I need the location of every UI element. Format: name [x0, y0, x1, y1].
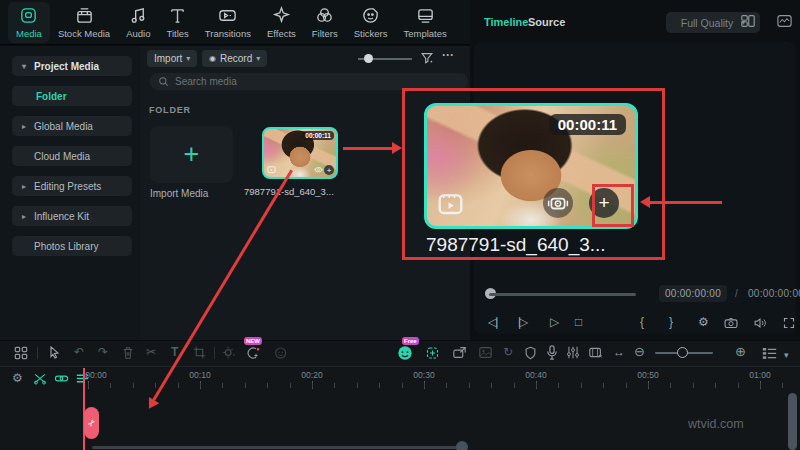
tab-stock-media[interactable]: Stock Media	[50, 2, 118, 43]
shield-mask-icon[interactable]	[524, 346, 537, 360]
timeline-panel: ↶ ↷ ✂ T NEW Free ↻ ↔ ⊖ ⊕ ▾ ⚙ 00:00 00:10…	[0, 341, 800, 450]
split-scissors-icon[interactable]: ✂	[146, 345, 156, 359]
tab-timeline-preview[interactable]: Timeline	[484, 16, 528, 28]
scope-waveform-icon[interactable]	[776, 14, 793, 28]
tab-label: Templates	[403, 28, 446, 39]
stop-button[interactable]: □	[575, 315, 582, 329]
sidebar-item-cloud-media[interactable]: Cloud Media	[12, 146, 132, 166]
zoom-out-icon[interactable]: ⊖	[634, 345, 645, 359]
vertical-scrollbar[interactable]	[788, 393, 797, 450]
templates-icon	[416, 6, 435, 25]
tab-source-preview[interactable]: Source	[528, 16, 565, 28]
preview-camera-icon[interactable]	[314, 165, 323, 174]
ruler-minor-ticks[interactable]	[88, 383, 793, 388]
fit-timeline-icon[interactable]: ↔	[613, 345, 625, 359]
video-clip-icon	[437, 190, 464, 217]
sidebar-item-project-media[interactable]: ▾ Project Media	[12, 56, 132, 76]
caret-right-icon: ▸	[22, 182, 29, 191]
select-cursor-icon[interactable]	[48, 346, 61, 360]
ai-sticker-face-icon[interactable]	[397, 345, 413, 361]
import-media-card[interactable]: +	[150, 126, 233, 183]
auto-split-icon[interactable]	[33, 372, 47, 385]
import-button[interactable]: Import ▾	[147, 50, 197, 67]
callout-clip-filename: 7987791-sd_640_3...	[426, 234, 642, 256]
sidebar-item-global-media[interactable]: ▸ Global Media	[12, 116, 132, 136]
audio-mixer-icon[interactable]	[566, 346, 580, 359]
watermark: wtvid.com	[688, 417, 744, 431]
redo-icon[interactable]: ↷	[98, 345, 108, 359]
zoom-in-icon[interactable]: ⊕	[735, 345, 746, 359]
caret-down-icon: ▾	[186, 54, 190, 63]
slider-knob[interactable]	[364, 54, 373, 63]
tab-effects[interactable]: Effects	[259, 2, 304, 43]
media-sidebar: ▾ Project Media Folder ▸ Global Media Cl…	[0, 46, 140, 340]
more-options-icon[interactable]: ···	[442, 48, 454, 62]
workspace-grid-icon[interactable]	[14, 346, 28, 360]
tab-templates[interactable]: Templates	[395, 2, 454, 43]
ai-voice-icon[interactable]	[246, 346, 261, 360]
preview-camera-button[interactable]	[543, 188, 573, 218]
link-clips-icon[interactable]	[54, 372, 69, 385]
microphone-icon[interactable]	[546, 345, 558, 360]
volume-icon[interactable]	[753, 317, 767, 329]
tab-media[interactable]: Media	[8, 2, 50, 43]
tab-transitions[interactable]: Transitions	[197, 2, 259, 43]
mark-out-button[interactable]: }	[669, 315, 673, 329]
top-toolbar: Media Stock Media Audio Titles Transitio…	[0, 0, 470, 45]
tab-titles[interactable]: Titles	[158, 2, 196, 43]
tab-audio[interactable]: Audio	[118, 2, 158, 43]
sidebar-item-editing-presets[interactable]: ▸ Editing Presets	[12, 176, 132, 196]
tab-stickers[interactable]: Stickers	[346, 2, 396, 43]
horizontal-scrollbar[interactable]	[92, 446, 460, 449]
relight-icon[interactable]	[222, 346, 236, 359]
timeline-settings-icon[interactable]: ⚙	[12, 371, 23, 385]
effects-icon	[272, 6, 291, 25]
tab-filters[interactable]: Filters	[304, 2, 346, 43]
sidebar-item-photos-library[interactable]: Photos Library	[12, 236, 132, 256]
clip-thumbnail[interactable]: 00:00:11 +	[262, 127, 338, 179]
quality-label: Full Quality	[681, 17, 734, 29]
transitions-icon	[218, 6, 237, 25]
layout-grid-icon[interactable]	[740, 14, 756, 28]
render-preview-icon[interactable]	[588, 346, 603, 359]
rotate-icon[interactable]: ↻	[503, 345, 513, 359]
search-input[interactable]	[175, 76, 435, 87]
scrubber-track[interactable]	[489, 293, 636, 296]
play-button[interactable]: ▷	[550, 315, 559, 329]
previous-frame-button[interactable]: ◁|	[488, 315, 496, 329]
delete-trash-icon[interactable]	[122, 346, 134, 360]
horizontal-scrollbar-knob[interactable]	[456, 441, 468, 450]
audio-icon	[129, 6, 148, 25]
mark-in-button[interactable]: {	[640, 315, 644, 329]
divider	[37, 347, 38, 359]
export-share-icon[interactable]	[452, 346, 467, 359]
divider	[0, 366, 800, 367]
caret-right-icon: ▸	[22, 122, 29, 131]
undo-icon[interactable]: ↶	[74, 345, 84, 359]
stock-media-icon	[75, 6, 94, 25]
crop-icon[interactable]	[193, 346, 206, 359]
next-frame-button[interactable]: |▷	[518, 315, 526, 329]
sidebar-item-folder[interactable]: Folder	[12, 86, 132, 106]
ai-portrait-icon[interactable]	[274, 346, 289, 360]
timeline-zoom-knob[interactable]	[677, 347, 688, 358]
image-overlay-icon[interactable]	[478, 346, 493, 359]
record-icon: ◉	[209, 54, 216, 63]
filter-funnel-icon[interactable]	[420, 51, 434, 65]
keyframe-crosshair-icon[interactable]	[425, 346, 440, 360]
divider	[214, 347, 215, 359]
record-button[interactable]: ◉ Record ▾	[202, 50, 267, 67]
timeline-toolbar: ↶ ↷ ✂ T NEW Free ↻ ↔ ⊖ ⊕ ▾	[0, 341, 800, 366]
ruler-mark: 00:00	[85, 370, 106, 380]
current-time-display[interactable]: 00:00:00:00	[659, 285, 727, 302]
fullscreen-icon[interactable]	[783, 317, 795, 329]
clip-filename: 7987791-sd_640_3...	[244, 186, 344, 197]
snapshot-camera-icon[interactable]	[724, 317, 738, 329]
add-to-timeline-button[interactable]: +	[324, 165, 334, 175]
sidebar-item-influence-kit[interactable]: ▸ Influence Kit	[12, 206, 132, 226]
playhead-split-handle[interactable]: ✂	[84, 407, 99, 439]
ruler-mark: 00:50	[637, 370, 658, 380]
playback-settings-icon[interactable]: ⚙	[698, 315, 709, 329]
track-manager-icon[interactable]	[762, 346, 777, 360]
caret-down-icon[interactable]: ▾	[784, 348, 789, 362]
